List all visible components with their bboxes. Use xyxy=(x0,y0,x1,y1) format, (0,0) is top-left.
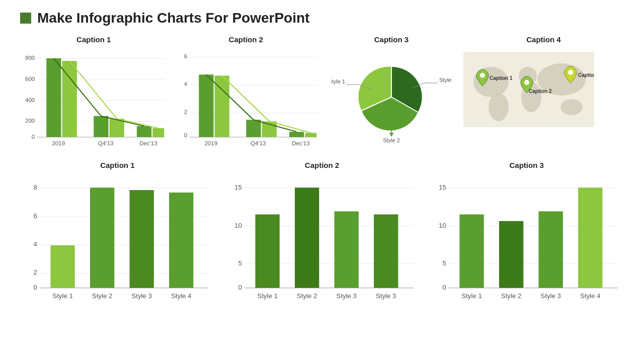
svg-text:Style 3: Style 3 xyxy=(439,77,452,83)
svg-text:200: 200 xyxy=(25,118,35,124)
svg-text:4: 4 xyxy=(184,81,187,87)
bottom-chart-3: Caption 3 15 10 5 0 Style 1 Style 2 Styl… xyxy=(429,161,624,306)
svg-text:Style 4: Style 4 xyxy=(580,292,601,300)
page-header: Make Infographic Charts For PowerPoint xyxy=(20,10,624,26)
svg-rect-100 xyxy=(539,211,563,288)
svg-text:0: 0 xyxy=(33,284,37,291)
svg-point-50 xyxy=(480,73,485,78)
bar xyxy=(46,58,61,137)
svg-text:6: 6 xyxy=(33,212,37,220)
svg-text:Style 3: Style 3 xyxy=(376,292,396,300)
svg-rect-66 xyxy=(50,245,74,288)
svg-text:Style 4: Style 4 xyxy=(171,292,192,300)
svg-text:8: 8 xyxy=(33,184,37,191)
svg-rect-68 xyxy=(130,190,154,288)
svg-text:Style 3: Style 3 xyxy=(336,292,357,300)
bottom-chart-3-svg: 15 10 5 0 Style 1 Style 2 Style 3 Style … xyxy=(429,172,624,306)
svg-text:10: 10 xyxy=(439,222,446,229)
svg-text:Q4'13: Q4'13 xyxy=(251,140,266,146)
svg-text:Style 1: Style 1 xyxy=(52,292,73,300)
header-icon xyxy=(20,13,31,24)
bottom-chart-2-svg: 15 10 5 0 Style 1 Style 2 Style 3 Style … xyxy=(225,172,420,306)
svg-rect-23 xyxy=(199,74,213,137)
svg-point-52 xyxy=(524,80,529,85)
map-section: Caption 1 Caption 2 Caption 3 xyxy=(463,47,624,139)
top-chart-1-svg: 800 600 400 200 0 xyxy=(20,47,168,152)
bar xyxy=(94,116,108,137)
svg-text:2019: 2019 xyxy=(204,140,217,146)
top-chart-2-svg: 6 4 2 0 2019 Q4'13 Dec'13 xyxy=(173,47,320,152)
svg-text:600: 600 xyxy=(25,76,35,82)
bottom-chart-1-caption: Caption 1 xyxy=(100,161,134,169)
map-svg: Caption 1 Caption 2 Caption 3 xyxy=(463,47,594,137)
svg-text:0: 0 xyxy=(32,134,35,140)
top-chart-2-caption: Caption 2 xyxy=(229,35,263,44)
svg-text:4: 4 xyxy=(33,240,37,248)
svg-point-54 xyxy=(568,70,573,75)
bar xyxy=(152,128,164,137)
svg-rect-98 xyxy=(460,214,484,288)
bottom-chart-2-caption: Caption 2 xyxy=(305,161,339,169)
bar xyxy=(137,126,151,137)
svg-text:Style 3: Style 3 xyxy=(541,292,561,300)
svg-text:Style 2: Style 2 xyxy=(383,137,400,143)
svg-rect-83 xyxy=(295,188,319,288)
top-chart-1-caption: Caption 1 xyxy=(76,35,111,44)
svg-text:2: 2 xyxy=(33,268,37,276)
svg-text:Style 2: Style 2 xyxy=(501,292,522,300)
svg-rect-69 xyxy=(169,193,193,288)
pie-svg: Style 1 Style 3 Style 2 xyxy=(331,47,452,147)
pie-section: Style 1 Style 3 Style 2 xyxy=(325,47,458,147)
svg-text:Dec'13: Dec'13 xyxy=(292,140,309,146)
svg-text:Style 2: Style 2 xyxy=(296,292,317,300)
bottom-chart-2: Caption 2 15 10 5 0 Style 1 Style 2 Styl… xyxy=(225,161,420,306)
bottom-chart-1-svg: 8 6 4 2 0 Style 1 Style 2 Style 3 Style xyxy=(20,172,215,306)
svg-text:Caption 2: Caption 2 xyxy=(529,88,552,94)
top-charts-row: Caption 1 800 600 400 200 0 xyxy=(20,35,624,152)
top-chart-4-caption: Caption 4 xyxy=(526,35,560,44)
svg-text:Dec'13: Dec'13 xyxy=(139,140,157,146)
bottom-chart-3-caption: Caption 3 xyxy=(510,161,544,169)
svg-text:Caption 1: Caption 1 xyxy=(490,75,513,81)
svg-text:400: 400 xyxy=(25,97,35,103)
svg-rect-25 xyxy=(246,120,261,137)
svg-text:15: 15 xyxy=(439,184,446,191)
svg-text:0: 0 xyxy=(443,284,446,291)
svg-text:800: 800 xyxy=(25,55,35,61)
svg-rect-28 xyxy=(305,133,316,137)
svg-text:6: 6 xyxy=(184,53,187,59)
top-chart-2: Caption 2 6 4 2 0 2019 Q4'13 Dec'13 xyxy=(173,35,320,152)
top-chart-3: Caption 3 xyxy=(325,35,458,152)
svg-point-45 xyxy=(489,93,509,121)
svg-text:Q4'13: Q4'13 xyxy=(98,140,113,146)
bottom-charts-row: Caption 1 8 6 4 2 0 Style 1 Style xyxy=(20,161,624,306)
svg-text:0: 0 xyxy=(184,132,187,138)
svg-text:2019: 2019 xyxy=(52,140,65,146)
svg-text:15: 15 xyxy=(234,184,242,191)
svg-rect-85 xyxy=(374,214,398,288)
svg-rect-84 xyxy=(334,211,358,288)
bottom-chart-1: Caption 1 8 6 4 2 0 Style 1 Style xyxy=(20,161,215,306)
top-chart-4: Caption 4 xyxy=(463,35,624,152)
top-chart-3-caption: Caption 3 xyxy=(374,35,409,44)
page-title: Make Infographic Charts For PowerPoint xyxy=(37,10,309,26)
svg-text:10: 10 xyxy=(234,222,242,229)
bar xyxy=(110,119,124,137)
svg-text:2: 2 xyxy=(184,109,187,115)
svg-rect-82 xyxy=(255,214,279,288)
svg-text:Style 2: Style 2 xyxy=(92,292,113,300)
svg-rect-27 xyxy=(289,132,303,137)
svg-text:Caption 3: Caption 3 xyxy=(578,72,594,78)
svg-text:Style 1: Style 1 xyxy=(257,292,278,300)
svg-text:5: 5 xyxy=(443,259,446,267)
svg-rect-67 xyxy=(90,188,114,288)
svg-rect-101 xyxy=(578,188,602,288)
bar xyxy=(62,61,77,137)
svg-rect-99 xyxy=(499,221,523,288)
svg-text:Style 3: Style 3 xyxy=(131,292,152,300)
svg-text:0: 0 xyxy=(238,284,242,291)
svg-text:Style 1: Style 1 xyxy=(462,292,482,300)
svg-text:Style 1: Style 1 xyxy=(331,78,345,84)
svg-text:5: 5 xyxy=(238,259,242,267)
top-chart-1: Caption 1 800 600 400 200 0 xyxy=(20,35,168,152)
